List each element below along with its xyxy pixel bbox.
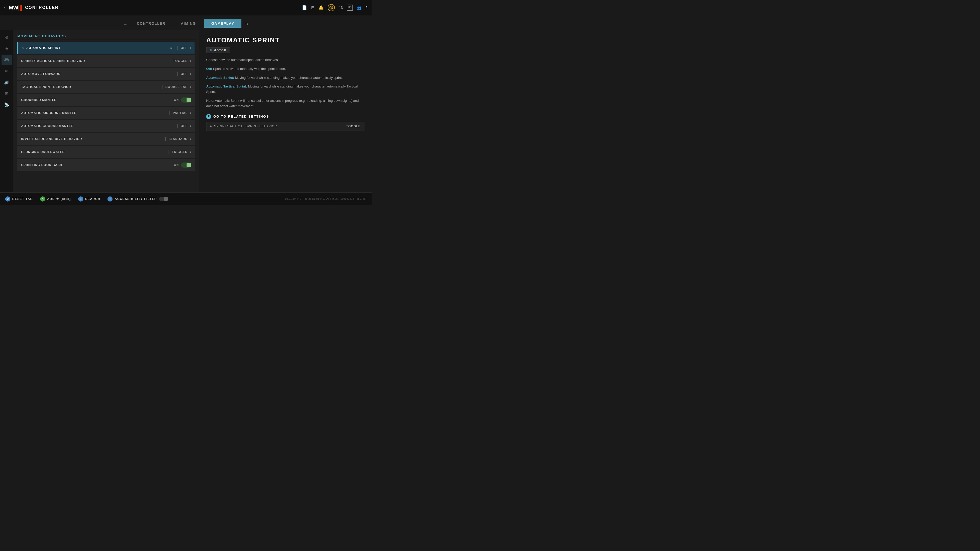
off-text: Sprint is activated manually with the sp… (213, 67, 286, 71)
invert-slide-label: INVERT SLIDE AND DIVE BEHAVIOR (21, 137, 162, 141)
sidebar-item-network[interactable]: 📡 (2, 100, 12, 110)
tactical-sprint-behavior-value: DOUBLE TAP (165, 85, 188, 89)
detail-badge: ⊕ MOTOR (206, 47, 230, 53)
dropdown-icon: ▾ (189, 46, 191, 50)
divider: | (177, 72, 178, 76)
invert-slide-value: STANDARD (169, 137, 188, 141)
accessibility-toggle-knob (164, 197, 168, 201)
toggle-knob (186, 163, 191, 167)
sidebar-item-settings[interactable]: ⚙ (2, 32, 12, 42)
auto-sprint-text: Moving forward while standing makes your… (235, 76, 343, 79)
gold-circle-icon[interactable]: ⊙ (328, 4, 335, 11)
version-text: 10.0.16|44407 [39:255:1|014+11:A] T [605… (285, 197, 366, 200)
automatic-sprint-label: AUTOMATIC SPRINT (26, 46, 168, 50)
related-row-sprint-tactical[interactable]: SPRINT/TACTICAL SPRINT BEHAVIOR TOGGLE (206, 122, 364, 131)
airborne-mantle-label: AUTOMATIC AIRBORNE MANTLE (21, 111, 167, 115)
dropdown-icon: ▾ (189, 150, 191, 154)
divider: | (169, 59, 170, 63)
description-off: Off: Sprint is activated manually with t… (206, 66, 364, 72)
reset-tab-icon: ⊙ (5, 197, 10, 202)
related-icon: R (206, 114, 211, 119)
sidebar: ⚙ ★ 🎮 ✏ 🔊 ⊞ 📡 (0, 30, 13, 192)
dropdown-icon: ▾ (189, 124, 191, 128)
mw-three: ||| (18, 4, 22, 11)
sprinting-door-bash-value: ON (174, 163, 179, 167)
setting-row-ground-mantle[interactable]: AUTOMATIC GROUND MANTLE | OFF ▾ (18, 120, 195, 132)
tab-right-arrow[interactable]: R1 (242, 22, 250, 25)
sprint-tactical-label: SPRINT/TACTICAL SPRINT BEHAVIOR (21, 59, 167, 63)
bottom-bar: ⊙ RESET TAB △ ADD ★ [8/15] □ SEARCH ○ AC… (0, 192, 372, 205)
divider: | (165, 137, 166, 141)
auto-sprint-label: Automatic Sprint: (206, 76, 234, 79)
tab-gameplay[interactable]: GAMEPLAY (204, 19, 242, 28)
ground-mantle-label: AUTOMATIC GROUND MANTLE (21, 124, 175, 128)
setting-row-grounded-mantle[interactable]: GROUNDED MANTLE ON (18, 94, 195, 106)
search-icon: □ (78, 197, 83, 202)
dropdown-icon: ▾ (189, 111, 191, 115)
dropdown-icon: ▾ (189, 72, 191, 76)
badge-text: MOTOR (213, 49, 227, 52)
divider: | (162, 85, 163, 89)
add-label: ADD ★ [8/15] (47, 197, 71, 201)
mw-logo: MW||| (9, 4, 22, 11)
add-icon: △ (40, 197, 45, 202)
header-left: ‹ MW||| CONTROLLER (4, 4, 59, 11)
svg-text:⊙: ⊙ (331, 7, 332, 9)
description-auto-sprint: Automatic Sprint: Moving forward while s… (206, 75, 364, 81)
search-label: SEARCH (85, 197, 100, 201)
document-icon[interactable]: 📄 (302, 5, 307, 10)
setting-row-airborne-mantle[interactable]: AUTOMATIC AIRBORNE MANTLE | PARTIAL ▾ (18, 107, 195, 119)
accessibility-filter-action[interactable]: ○ ACCESSIBILITY FILTER (107, 197, 168, 202)
setting-row-sprint-tactical[interactable]: SPRINT/TACTICAL SPRINT BEHAVIOR | TOGGLE… (18, 55, 195, 67)
divider: | (168, 150, 169, 154)
grid-icon[interactable]: ⊞ (311, 5, 314, 10)
gold-count: 13 (339, 6, 343, 10)
setting-row-auto-move-forward[interactable]: AUTO MOVE FORWARD | OFF ▾ (18, 68, 195, 80)
top-header: ‹ MW||| CONTROLLER 📄 ⊞ 🔔 ⊙ 13 R3 👥 5 (0, 0, 372, 15)
related-sprint-label: SPRINT/TACTICAL SPRINT BEHAVIOR (214, 124, 346, 128)
tab-controller[interactable]: CONTROLLER (130, 19, 172, 28)
sidebar-item-favorites[interactable]: ★ (2, 43, 12, 54)
reset-tab-label: RESET TAB (12, 197, 33, 201)
reset-tab-action[interactable]: ⊙ RESET TAB (5, 197, 33, 202)
back-button[interactable]: ‹ (4, 5, 6, 10)
motor-icon: ⊕ (210, 48, 212, 52)
description-note: Note: Automatic Sprint will not cancel o… (206, 98, 364, 109)
bell-icon[interactable]: 🔔 (318, 5, 324, 10)
header-right: 📄 ⊞ 🔔 ⊙ 13 R3 👥 5 (302, 4, 368, 11)
accessibility-toggle-switch[interactable] (159, 197, 168, 201)
tab-left-arrow[interactable]: L1 (121, 22, 129, 25)
main-content: ⚙ ★ 🎮 ✏ 🔊 ⊞ 📡 MOVEMENT BEHAVIORS ✕ AUTOM… (0, 30, 372, 192)
description-auto-tactical: Automatic Tactical Sprint: Moving forwar… (206, 84, 364, 95)
accessibility-icon: ○ (107, 197, 113, 202)
sidebar-item-controller[interactable]: 🎮 (2, 55, 12, 65)
sprint-tactical-value: TOGGLE (173, 59, 188, 63)
setting-row-plunging-underwater[interactable]: PLUNGING UNDERWATER | TRIGGER ▾ (18, 146, 195, 158)
search-action[interactable]: □ SEARCH (78, 197, 100, 202)
setting-row-sprinting-door-bash[interactable]: SPRINTING DOOR BASH ON (18, 159, 195, 171)
divider: | (169, 111, 170, 115)
sprinting-door-bash-toggle[interactable] (181, 162, 191, 168)
movement-section-header: MOVEMENT BEHAVIORS (18, 34, 195, 39)
auto-tactical-label: Automatic Tactical Sprint: (206, 84, 247, 88)
players-count: 5 (366, 6, 368, 10)
sidebar-item-interface[interactable]: ⊞ (2, 88, 12, 98)
grounded-mantle-value: ON (174, 98, 179, 102)
setting-row-automatic-sprint[interactable]: ✕ AUTOMATIC SPRINT ★ | OFF ▾ (18, 42, 195, 54)
setting-row-invert-slide[interactable]: INVERT SLIDE AND DIVE BEHAVIOR | STANDAR… (18, 133, 195, 145)
sidebar-item-audio[interactable]: 🔊 (2, 77, 12, 87)
related-header: R GO TO RELATED SETTINGS (206, 114, 364, 119)
dropdown-icon: ▾ (189, 85, 191, 89)
sidebar-item-customize[interactable]: ✏ (2, 66, 12, 76)
setting-row-tactical-sprint-behavior[interactable]: TACTICAL SPRINT BEHAVIOR | DOUBLE TAP ▾ (18, 81, 195, 93)
right-panel: AUTOMATIC SPRINT ⊕ MOTOR Choose how the … (199, 30, 372, 192)
off-label: Off: (206, 67, 212, 71)
automatic-sprint-value: OFF (181, 46, 188, 50)
plunging-underwater-value: TRIGGER (172, 150, 188, 154)
grounded-mantle-toggle[interactable] (181, 97, 191, 103)
divider: | (177, 124, 178, 128)
mw-text: MW (9, 4, 18, 11)
tab-aiming[interactable]: AIMING (173, 19, 203, 28)
r3-badge: R3 (347, 5, 353, 11)
add-action[interactable]: △ ADD ★ [8/15] (40, 197, 71, 202)
